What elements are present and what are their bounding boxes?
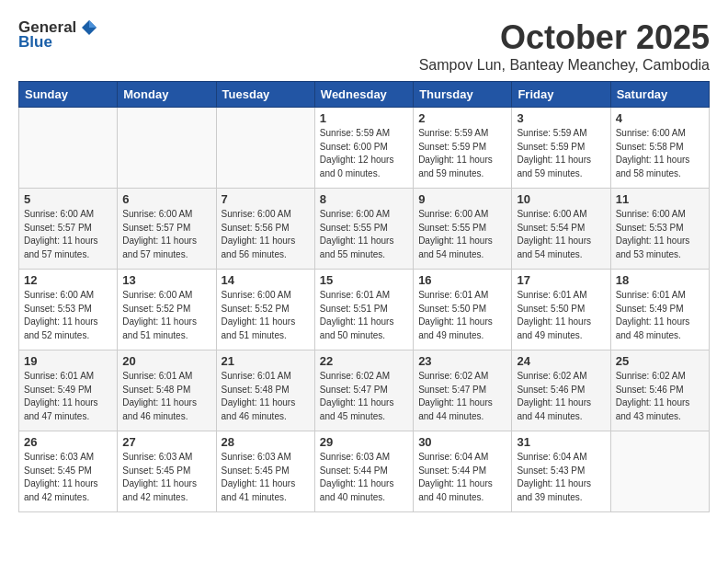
day-number: 4 xyxy=(616,111,704,125)
location-title: Sampov Lun, Banteay Meanchey, Cambodia xyxy=(419,57,710,74)
day-number: 10 xyxy=(517,192,605,206)
day-info: Sunrise: 6:00 AM Sunset: 5:53 PM Dayligh… xyxy=(24,289,112,342)
day-info: Sunrise: 6:00 AM Sunset: 5:52 PM Dayligh… xyxy=(122,289,210,342)
title-block: October 2025 Sampov Lun, Banteay Meanche… xyxy=(419,18,710,74)
calendar-cell: 1Sunrise: 5:59 AM Sunset: 6:00 PM Daylig… xyxy=(314,108,413,189)
page-header: General Blue October 2025 Sampov Lun, Ba… xyxy=(18,18,710,74)
day-info: Sunrise: 6:01 AM Sunset: 5:49 PM Dayligh… xyxy=(24,370,112,423)
day-info: Sunrise: 5:59 AM Sunset: 5:59 PM Dayligh… xyxy=(517,127,605,180)
day-number: 9 xyxy=(418,192,506,206)
calendar-cell: 18Sunrise: 6:01 AM Sunset: 5:49 PM Dayli… xyxy=(610,270,709,350)
calendar-table: SundayMondayTuesdayWednesdayThursdayFrid… xyxy=(18,81,710,512)
calendar-cell: 7Sunrise: 6:00 AM Sunset: 5:56 PM Daylig… xyxy=(216,189,314,270)
day-info: Sunrise: 6:01 AM Sunset: 5:50 PM Dayligh… xyxy=(418,289,506,342)
day-info: Sunrise: 5:59 AM Sunset: 5:59 PM Dayligh… xyxy=(418,127,506,180)
day-number: 24 xyxy=(517,354,605,368)
calendar-cell: 25Sunrise: 6:02 AM Sunset: 5:46 PM Dayli… xyxy=(610,350,709,431)
day-number: 30 xyxy=(418,435,506,449)
day-number: 12 xyxy=(24,273,112,287)
weekday-friday: Friday xyxy=(512,82,610,108)
day-info: Sunrise: 6:01 AM Sunset: 5:49 PM Dayligh… xyxy=(616,289,704,342)
logo: General Blue xyxy=(18,18,98,52)
month-title: October 2025 xyxy=(419,18,710,57)
calendar-cell: 16Sunrise: 6:01 AM Sunset: 5:50 PM Dayli… xyxy=(414,270,512,350)
day-number: 21 xyxy=(222,354,310,368)
day-number: 11 xyxy=(616,192,704,206)
day-info: Sunrise: 6:00 AM Sunset: 5:53 PM Dayligh… xyxy=(616,208,704,261)
day-number: 26 xyxy=(24,435,112,449)
day-number: 31 xyxy=(517,435,605,449)
calendar-cell: 21Sunrise: 6:01 AM Sunset: 5:48 PM Dayli… xyxy=(216,350,314,431)
day-number: 6 xyxy=(122,192,210,206)
day-info: Sunrise: 6:00 AM Sunset: 5:57 PM Dayligh… xyxy=(24,208,112,261)
day-info: Sunrise: 5:59 AM Sunset: 6:00 PM Dayligh… xyxy=(320,127,408,180)
calendar-cell xyxy=(19,108,118,189)
day-number: 2 xyxy=(418,111,506,125)
week-row-4: 19Sunrise: 6:01 AM Sunset: 5:49 PM Dayli… xyxy=(19,350,710,431)
calendar-cell: 19Sunrise: 6:01 AM Sunset: 5:49 PM Dayli… xyxy=(19,350,118,431)
day-info: Sunrise: 6:02 AM Sunset: 5:47 PM Dayligh… xyxy=(320,370,408,423)
day-number: 8 xyxy=(320,192,408,206)
day-info: Sunrise: 6:03 AM Sunset: 5:44 PM Dayligh… xyxy=(320,451,408,504)
day-info: Sunrise: 6:01 AM Sunset: 5:48 PM Dayligh… xyxy=(122,370,210,423)
day-info: Sunrise: 6:01 AM Sunset: 5:50 PM Dayligh… xyxy=(517,289,605,342)
logo-blue-text: Blue xyxy=(18,33,52,52)
day-info: Sunrise: 6:00 AM Sunset: 5:55 PM Dayligh… xyxy=(418,208,506,261)
calendar-cell: 5Sunrise: 6:00 AM Sunset: 5:57 PM Daylig… xyxy=(19,189,118,270)
calendar-cell: 11Sunrise: 6:00 AM Sunset: 5:53 PM Dayli… xyxy=(610,189,709,270)
calendar-cell: 22Sunrise: 6:02 AM Sunset: 5:47 PM Dayli… xyxy=(314,350,413,431)
day-number: 27 xyxy=(122,435,210,449)
calendar-cell: 9Sunrise: 6:00 AM Sunset: 5:55 PM Daylig… xyxy=(414,189,512,270)
calendar-cell: 26Sunrise: 6:03 AM Sunset: 5:45 PM Dayli… xyxy=(19,431,118,512)
day-info: Sunrise: 6:04 AM Sunset: 5:43 PM Dayligh… xyxy=(517,451,605,504)
calendar-cell: 13Sunrise: 6:00 AM Sunset: 5:52 PM Dayli… xyxy=(118,270,216,350)
calendar-cell: 12Sunrise: 6:00 AM Sunset: 5:53 PM Dayli… xyxy=(19,270,118,350)
day-number: 16 xyxy=(418,273,506,287)
calendar-cell: 10Sunrise: 6:00 AM Sunset: 5:54 PM Dayli… xyxy=(512,189,610,270)
day-number: 19 xyxy=(24,354,112,368)
calendar-cell xyxy=(610,431,709,512)
calendar-cell xyxy=(216,108,314,189)
calendar-cell: 17Sunrise: 6:01 AM Sunset: 5:50 PM Dayli… xyxy=(512,270,610,350)
day-number: 5 xyxy=(24,192,112,206)
week-row-2: 5Sunrise: 6:00 AM Sunset: 5:57 PM Daylig… xyxy=(19,189,710,270)
calendar-cell: 28Sunrise: 6:03 AM Sunset: 5:45 PM Dayli… xyxy=(216,431,314,512)
day-info: Sunrise: 6:00 AM Sunset: 5:54 PM Dayligh… xyxy=(517,208,605,261)
calendar-cell: 6Sunrise: 6:00 AM Sunset: 5:57 PM Daylig… xyxy=(118,189,216,270)
logo-icon xyxy=(80,18,98,37)
calendar-cell: 23Sunrise: 6:02 AM Sunset: 5:47 PM Dayli… xyxy=(414,350,512,431)
day-number: 15 xyxy=(320,273,408,287)
calendar-body: 1Sunrise: 5:59 AM Sunset: 6:00 PM Daylig… xyxy=(19,108,710,512)
week-row-3: 12Sunrise: 6:00 AM Sunset: 5:53 PM Dayli… xyxy=(19,270,710,350)
day-number: 13 xyxy=(122,273,210,287)
calendar-cell: 4Sunrise: 6:00 AM Sunset: 5:58 PM Daylig… xyxy=(610,108,709,189)
calendar-cell: 27Sunrise: 6:03 AM Sunset: 5:45 PM Dayli… xyxy=(118,431,216,512)
day-info: Sunrise: 6:01 AM Sunset: 5:51 PM Dayligh… xyxy=(320,289,408,342)
calendar-cell: 30Sunrise: 6:04 AM Sunset: 5:44 PM Dayli… xyxy=(414,431,512,512)
calendar-cell: 29Sunrise: 6:03 AM Sunset: 5:44 PM Dayli… xyxy=(314,431,413,512)
calendar-cell: 15Sunrise: 6:01 AM Sunset: 5:51 PM Dayli… xyxy=(314,270,413,350)
calendar-cell: 31Sunrise: 6:04 AM Sunset: 5:43 PM Dayli… xyxy=(512,431,610,512)
calendar-cell: 14Sunrise: 6:00 AM Sunset: 5:52 PM Dayli… xyxy=(216,270,314,350)
day-info: Sunrise: 6:00 AM Sunset: 5:52 PM Dayligh… xyxy=(222,289,310,342)
weekday-saturday: Saturday xyxy=(610,82,709,108)
day-info: Sunrise: 6:01 AM Sunset: 5:48 PM Dayligh… xyxy=(222,370,310,423)
day-info: Sunrise: 6:02 AM Sunset: 5:46 PM Dayligh… xyxy=(517,370,605,423)
day-number: 20 xyxy=(122,354,210,368)
day-number: 23 xyxy=(418,354,506,368)
svg-marker-1 xyxy=(89,20,97,28)
weekday-monday: Monday xyxy=(118,82,216,108)
day-info: Sunrise: 6:03 AM Sunset: 5:45 PM Dayligh… xyxy=(222,451,310,504)
day-info: Sunrise: 6:02 AM Sunset: 5:46 PM Dayligh… xyxy=(616,370,704,423)
weekday-header-row: SundayMondayTuesdayWednesdayThursdayFrid… xyxy=(19,82,710,108)
calendar-cell xyxy=(118,108,216,189)
calendar-cell: 8Sunrise: 6:00 AM Sunset: 5:55 PM Daylig… xyxy=(314,189,413,270)
day-number: 17 xyxy=(517,273,605,287)
week-row-1: 1Sunrise: 5:59 AM Sunset: 6:00 PM Daylig… xyxy=(19,108,710,189)
day-number: 25 xyxy=(616,354,704,368)
weekday-thursday: Thursday xyxy=(414,82,512,108)
calendar-cell: 3Sunrise: 5:59 AM Sunset: 5:59 PM Daylig… xyxy=(512,108,610,189)
weekday-sunday: Sunday xyxy=(19,82,118,108)
day-number: 22 xyxy=(320,354,408,368)
day-info: Sunrise: 6:02 AM Sunset: 5:47 PM Dayligh… xyxy=(418,370,506,423)
